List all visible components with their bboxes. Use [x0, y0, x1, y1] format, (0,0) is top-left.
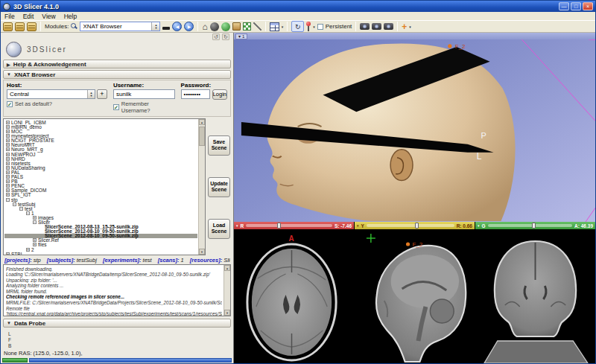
xnat-tree[interactable]: + LONI_PL_ICBM + mBIRN_demo + MOC — [3, 118, 206, 255]
threed-view-header[interactable]: ▾ 1 — [234, 33, 595, 39]
module-selector[interactable]: XNAT Browser ▲▼ — [80, 22, 160, 31]
expanded-arrow-icon: ▼ — [7, 72, 11, 77]
tree-expander-icon[interactable]: + — [6, 147, 10, 151]
set-default-checkbox[interactable]: ✓ — [7, 101, 13, 107]
module-history-icon[interactable] — [162, 27, 170, 30]
log-scrollbar[interactable]: ▲ ▼ — [224, 265, 230, 316]
scroll-down-icon[interactable]: ▼ — [199, 249, 205, 255]
measure-icon[interactable] — [253, 22, 261, 31]
crosshair-icon[interactable]: + — [402, 22, 407, 31]
undo-icon[interactable]: ↺ — [212, 33, 220, 40]
load-data-icon[interactable] — [3, 22, 13, 31]
threed-view-controller[interactable]: ▾ 1 — [235, 33, 247, 39]
red-slice-header[interactable]: ▾ R S: -7.46 — [234, 222, 354, 229]
load-scene-button[interactable]: Load Scene — [208, 219, 230, 239]
sceneview-restore-icon[interactable] — [384, 23, 393, 30]
menu-item[interactable]: View — [42, 13, 55, 20]
module-selector-spinner[interactable]: ▲▼ — [151, 22, 159, 31]
save-data-icon[interactable] — [27, 22, 37, 31]
persistent-checkbox[interactable] — [317, 24, 323, 30]
home-icon[interactable]: ⌂ — [202, 22, 207, 31]
fiducial-dropdown-icon[interactable]: ▾ — [313, 25, 315, 29]
host-select[interactable]: Central ▲▼ — [7, 89, 95, 99]
tree-expander-icon[interactable]: − — [13, 202, 16, 206]
red-slice-slider[interactable] — [246, 224, 332, 227]
help-section-header[interactable]: ▶ Help & Acknowledgement — [3, 60, 231, 68]
tree-item[interactable]: + STBL — [4, 252, 197, 255]
maximize-button[interactable]: □ — [571, 2, 581, 10]
threed-view[interactable]: F_2 P L — [234, 39, 595, 222]
red-slice-view[interactable]: ▾ R S: -7.46 — [234, 222, 354, 363]
scrollbar-thumb[interactable] — [199, 127, 205, 146]
tree-scrollbar[interactable]: ▲ ▼ — [198, 119, 205, 255]
host-select-spinner[interactable]: ▲▼ — [87, 90, 95, 98]
scroll-up-icon[interactable]: ▲ — [199, 119, 205, 125]
editor-grid-icon[interactable] — [243, 22, 251, 31]
green-slice-slider[interactable] — [488, 224, 572, 227]
yellow-slice-view[interactable]: ▾ Y R: 0.66 — [355, 222, 475, 363]
extensions-icon[interactable] — [210, 22, 219, 31]
slice-plane-outline — [522, 39, 595, 222]
tree-expander-icon[interactable]: + — [6, 193, 10, 197]
back-icon[interactable]: ◀ — [172, 22, 182, 31]
slider-thumb[interactable] — [532, 223, 536, 229]
tree-expander-icon[interactable]: − — [6, 198, 10, 202]
update-scene-button[interactable]: Update Scene — [208, 177, 230, 197]
package-icon[interactable] — [232, 22, 241, 31]
chevron-down-icon[interactable]: ▾ — [236, 223, 238, 228]
sagittal-canvas[interactable]: F_2 — [355, 229, 475, 363]
tree-expander-icon[interactable]: − — [33, 220, 37, 224]
sceneview-capture-icon[interactable] — [372, 23, 381, 30]
screenshot-icon[interactable] — [360, 23, 370, 30]
fiducial-marker[interactable] — [406, 242, 410, 246]
chevron-down-icon[interactable]: ▾ — [478, 223, 480, 228]
layout-icon[interactable] — [270, 22, 279, 31]
orientation-l-label: L — [477, 151, 482, 162]
axial-canvas[interactable]: A — [234, 229, 354, 363]
coronal-canvas[interactable] — [475, 229, 595, 363]
progress-segment-blue — [29, 358, 232, 363]
layout-dropdown-icon[interactable]: ▾ — [282, 25, 284, 29]
tree-expander-icon[interactable]: + — [26, 248, 30, 252]
modules-globe-icon[interactable] — [221, 22, 230, 31]
slider-thumb[interactable] — [277, 223, 281, 229]
login-button[interactable]: Login — [212, 89, 227, 100]
xnat-login-form: Host: Central ▲▼ + ✓ Set as default? U — [3, 80, 231, 117]
minimize-button[interactable]: — — [559, 2, 569, 10]
username-field[interactable]: sunilk — [113, 89, 175, 99]
xnat-section-header[interactable]: ▼ XNAT Browser — [3, 70, 231, 79]
menu-item[interactable]: File — [4, 13, 15, 20]
slider-thumb[interactable] — [415, 223, 419, 229]
redo-icon[interactable]: ↻ — [222, 33, 229, 40]
scroll-up-icon[interactable]: ▲ — [224, 265, 230, 271]
tree-expander-icon[interactable]: − — [26, 211, 30, 215]
data-probe-header[interactable]: ▼ Data Probe — [3, 319, 231, 328]
password-field[interactable]: •••••••• — [181, 89, 210, 99]
green-slice-header[interactable]: ▾ G A: 46.39 — [475, 222, 595, 229]
threed-view-tab-label: 1 — [242, 34, 244, 39]
yellow-slice-header[interactable]: ▾ Y R: 0.66 — [355, 222, 475, 229]
toolbar-separator — [197, 22, 198, 31]
scroll-down-icon[interactable]: ▼ — [224, 310, 230, 316]
fiducial-marker[interactable] — [448, 44, 451, 48]
green-slice-view[interactable]: ▾ G A: 46.39 — [475, 222, 595, 363]
tree-expander-icon[interactable]: + — [6, 153, 10, 156]
mouse-interaction-button[interactable]: ↻ — [291, 21, 304, 32]
crosshair-dropdown-icon[interactable]: ▾ — [409, 25, 411, 29]
close-button[interactable]: × — [583, 2, 593, 10]
log-output[interactable]: Finished downloading. Loading 'C:/Slicer… — [3, 264, 231, 317]
tree-expander-icon[interactable]: + — [6, 157, 10, 161]
menu-item[interactable]: Help — [64, 13, 77, 20]
remember-username-checkbox[interactable]: ✓ — [113, 104, 119, 110]
load-dicom-icon[interactable] — [15, 22, 25, 31]
place-fiducial-icon[interactable] — [306, 22, 311, 31]
menu-item[interactable]: Edit — [23, 13, 34, 20]
tree-expander-icon[interactable]: + — [6, 252, 10, 256]
save-scene-button[interactable]: Save Scene — [208, 135, 230, 156]
yellow-slice-slider[interactable] — [367, 224, 454, 227]
add-host-button[interactable]: + — [97, 89, 107, 99]
forward-icon[interactable]: ▶ — [184, 22, 194, 31]
chevron-down-icon[interactable]: ▾ — [357, 223, 359, 228]
tree-expander-icon[interactable]: − — [19, 207, 23, 211]
module-search-icon[interactable] — [71, 23, 77, 30]
